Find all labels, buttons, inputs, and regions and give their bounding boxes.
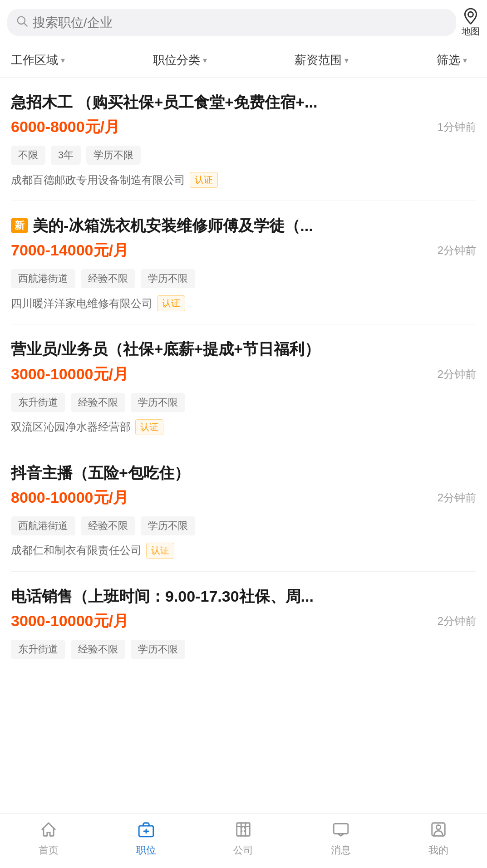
company-name-3: 成都仁和制衣有限责任公司 xyxy=(11,543,142,558)
time-ago-1: 2分钟前 xyxy=(438,243,476,258)
tag-0-2: 学历不限 xyxy=(86,146,141,165)
tag-1-0: 西航港街道 xyxy=(11,269,75,288)
search-input[interactable] xyxy=(33,15,448,30)
time-ago-0: 1分钟前 xyxy=(438,120,476,134)
tag-1-1: 经验不限 xyxy=(81,269,135,288)
filter-more[interactable]: 筛选 ▾ xyxy=(437,49,476,72)
job-title-1: 美的-冰箱洗衣机安装维修师傅及学徒（... xyxy=(33,216,476,235)
map-button[interactable]: 地图 xyxy=(462,7,480,38)
job-title-3: 抖音主播（五险+包吃住） xyxy=(11,463,476,483)
job-title-0: 急招木工 （购买社保+员工食堂+免费住宿+... xyxy=(11,92,476,112)
svg-rect-10 xyxy=(334,824,348,834)
svg-point-2 xyxy=(468,12,473,17)
salary-3: 8000-10000元/月 xyxy=(11,487,128,508)
company-row-3: 成都仁和制衣有限责任公司 认证 xyxy=(11,543,476,559)
filter-work-area[interactable]: 工作区域 ▾ xyxy=(11,49,74,72)
nav-item-home[interactable]: 首页 xyxy=(30,821,67,857)
chevron-down-icon: ▾ xyxy=(463,55,467,65)
tag-4-0: 东升街道 xyxy=(11,640,65,659)
company-name-2: 双流区沁园净水器经营部 xyxy=(11,420,131,434)
cert-badge-0: 认证 xyxy=(190,172,218,188)
search-bar: 地图 xyxy=(0,0,487,43)
job-card-0[interactable]: 急招木工 （购买社保+员工食堂+免费住宿+... 6000-8000元/月 1分… xyxy=(11,78,476,201)
tag-4-2: 学历不限 xyxy=(131,640,185,659)
job-title-4: 电话销售（上班时间：9.00-17.30社保、周... xyxy=(11,586,476,606)
nav-label-profile: 我的 xyxy=(428,843,448,857)
new-badge-1: 新 xyxy=(11,218,28,233)
search-icon xyxy=(15,15,28,30)
job-icon xyxy=(138,821,155,841)
tag-2-1: 经验不限 xyxy=(71,393,125,412)
tag-3-2: 学历不限 xyxy=(141,516,195,535)
job-card-2[interactable]: 营业员/业务员（社保+底薪+提成+节日福利） 3000-10000元/月 2分钟… xyxy=(11,324,476,448)
salary-4: 3000-10000元/月 xyxy=(11,611,128,632)
map-label: 地图 xyxy=(462,25,480,38)
cert-badge-2: 认证 xyxy=(135,419,163,435)
company-row-1: 四川暖洋洋家电维修有限公司 认证 xyxy=(11,295,476,311)
salary-1: 7000-14000元/月 xyxy=(11,240,128,261)
filter-work-area-label: 工作区域 xyxy=(11,52,58,68)
filter-divider-3 xyxy=(358,55,437,66)
nav-item-job[interactable]: 职位 xyxy=(128,821,164,857)
nav-label-home: 首页 xyxy=(39,843,59,857)
salary-0: 6000-8000元/月 xyxy=(11,117,120,137)
tags-row-0: 不限 3年 学历不限 xyxy=(11,146,476,165)
svg-point-12 xyxy=(436,825,441,830)
svg-line-1 xyxy=(24,23,27,26)
salary-row-0: 6000-8000元/月 1分钟前 xyxy=(11,117,476,137)
company-row-2: 双流区沁园净水器经营部 认证 xyxy=(11,419,476,435)
job-title-row-1: 新 美的-冰箱洗衣机安装维修师傅及学徒（... xyxy=(11,216,476,235)
salary-2: 3000-10000元/月 xyxy=(11,364,128,385)
nav-label-message: 消息 xyxy=(331,843,351,857)
nav-item-company[interactable]: 公司 xyxy=(225,821,261,857)
chevron-down-icon: ▾ xyxy=(344,55,349,65)
tag-2-2: 学历不限 xyxy=(131,393,185,412)
nav-item-message[interactable]: 消息 xyxy=(323,821,359,857)
job-card-1[interactable]: 新 美的-冰箱洗衣机安装维修师傅及学徒（... 7000-14000元/月 2分… xyxy=(11,201,476,324)
time-ago-4: 2分钟前 xyxy=(438,614,476,628)
filter-bar: 工作区域 ▾ 职位分类 ▾ 薪资范围 ▾ 筛选 ▾ xyxy=(0,43,487,78)
job-card-3[interactable]: 抖音主播（五险+包吃住） 8000-10000元/月 2分钟前 西航港街道 经验… xyxy=(11,448,476,572)
company-name-0: 成都百德邮政专用设备制造有限公司 xyxy=(11,173,185,187)
job-title-row-0: 急招木工 （购买社保+员工食堂+免费住宿+... xyxy=(11,92,476,112)
company-icon xyxy=(235,821,252,841)
home-icon xyxy=(40,821,57,841)
salary-row-1: 7000-14000元/月 2分钟前 xyxy=(11,240,476,261)
filter-divider-1 xyxy=(74,55,153,66)
tag-1-2: 学历不限 xyxy=(141,269,195,288)
chevron-down-icon: ▾ xyxy=(203,55,207,65)
tag-0-0: 不限 xyxy=(11,146,45,165)
job-list: 急招木工 （购买社保+员工食堂+免费住宿+... 6000-8000元/月 1分… xyxy=(0,78,487,679)
filter-job-type-label: 职位分类 xyxy=(153,52,200,68)
nav-label-company: 公司 xyxy=(233,843,253,857)
filter-divider-2 xyxy=(216,55,295,66)
tag-0-1: 3年 xyxy=(51,146,81,165)
job-title-row-3: 抖音主播（五险+包吃住） xyxy=(11,463,476,483)
tag-2-0: 东升街道 xyxy=(11,393,65,412)
bottom-nav: 首页 职位 公司 xyxy=(0,813,487,868)
tag-4-1: 经验不限 xyxy=(71,640,125,659)
tags-row-1: 西航港街道 经验不限 学历不限 xyxy=(11,269,476,288)
tags-row-3: 西航港街道 经验不限 学历不限 xyxy=(11,516,476,535)
salary-row-4: 3000-10000元/月 2分钟前 xyxy=(11,611,476,632)
tags-row-4: 东升街道 经验不限 学历不限 xyxy=(11,640,476,659)
filter-job-type[interactable]: 职位分类 ▾ xyxy=(153,49,216,72)
filter-salary-range-label: 薪资范围 xyxy=(295,52,342,68)
time-ago-2: 2分钟前 xyxy=(438,367,476,382)
message-icon xyxy=(332,821,349,841)
company-name-1: 四川暖洋洋家电维修有限公司 xyxy=(11,296,152,311)
svg-rect-6 xyxy=(237,823,250,836)
profile-icon xyxy=(430,821,447,841)
salary-row-2: 3000-10000元/月 2分钟前 xyxy=(11,364,476,385)
job-title-2: 营业员/业务员（社保+底薪+提成+节日福利） xyxy=(11,339,476,359)
filter-salary-range[interactable]: 薪资范围 ▾ xyxy=(295,49,358,72)
cert-badge-3: 认证 xyxy=(146,543,174,559)
search-input-wrap[interactable] xyxy=(7,9,456,36)
nav-item-profile[interactable]: 我的 xyxy=(420,821,457,857)
tag-3-1: 经验不限 xyxy=(81,516,135,535)
nav-label-job: 职位 xyxy=(136,843,156,857)
company-row-0: 成都百德邮政专用设备制造有限公司 认证 xyxy=(11,172,476,188)
job-card-4[interactable]: 电话销售（上班时间：9.00-17.30社保、周... 3000-10000元/… xyxy=(11,572,476,679)
job-title-row-4: 电话销售（上班时间：9.00-17.30社保、周... xyxy=(11,586,476,606)
cert-badge-1: 认证 xyxy=(157,295,185,311)
